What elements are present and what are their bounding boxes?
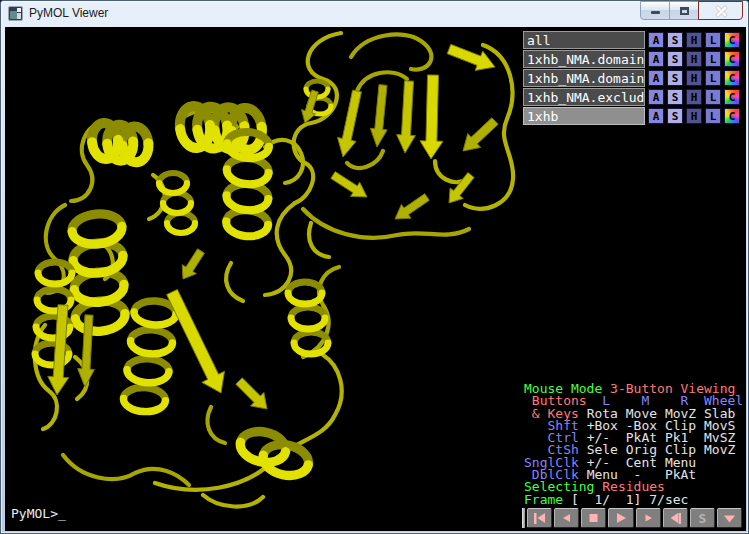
- object-action-l-button[interactable]: L: [705, 70, 721, 86]
- object-action-l-button[interactable]: L: [705, 32, 721, 48]
- object-action-c-button[interactable]: C: [724, 108, 740, 124]
- maximize-button[interactable]: [669, 1, 699, 20]
- prompt-label: PyMOL>: [11, 506, 58, 521]
- object-action-l-button[interactable]: L: [705, 89, 721, 105]
- object-action-h-button[interactable]: H: [686, 89, 702, 105]
- pymol-window: PyMOL Viewer PyMOL>_ allASHLC1xhb_NMA.do…: [0, 0, 749, 534]
- object-name[interactable]: 1xhb_NMA.domain.: [523, 69, 645, 87]
- object-action-h-button[interactable]: H: [686, 108, 702, 124]
- object-action-c-button[interactable]: C: [724, 89, 740, 105]
- frame-last-button[interactable]: [663, 508, 688, 528]
- down-icon: [722, 512, 737, 524]
- object-action-l-button[interactable]: L: [705, 108, 721, 124]
- object-action-a-button[interactable]: A: [648, 32, 664, 48]
- window-title: PyMOL Viewer: [29, 1, 108, 26]
- object-action-s-button[interactable]: S: [667, 32, 683, 48]
- object-action-s-button[interactable]: S: [667, 51, 683, 67]
- object-action-s-button[interactable]: S: [667, 108, 683, 124]
- object-row: 1xhbASHLC: [523, 107, 745, 125]
- object-name[interactable]: 1xhb: [523, 107, 645, 125]
- object-action-a-button[interactable]: A: [648, 51, 664, 67]
- close-icon: [699, 2, 742, 19]
- scene-button[interactable]: S: [690, 508, 715, 528]
- object-row: 1xhb_NMA.domain.ASHLC: [523, 50, 745, 68]
- protein-ribbon-structure: [5, 27, 522, 531]
- play-button[interactable]: [608, 508, 633, 528]
- mouse-mode-panel: Mouse Mode 3-Button Viewing Buttons L M …: [524, 383, 746, 506]
- mouse-panel-text: [ 1/ 1] 7/sec: [571, 492, 688, 507]
- object-action-a-button[interactable]: A: [648, 70, 664, 86]
- skip-end-icon: [668, 512, 683, 524]
- object-row: 1xhb_NMA.excludeASHLC: [523, 88, 745, 106]
- object-action-s-button[interactable]: S: [667, 70, 683, 86]
- object-action-a-button[interactable]: A: [648, 108, 664, 124]
- maximize-icon: [680, 7, 689, 15]
- stop-icon: [586, 512, 601, 524]
- minimize-icon: [651, 11, 660, 14]
- command-prompt[interactable]: PyMOL>_: [11, 506, 66, 521]
- frame-forward-button[interactable]: [636, 508, 661, 528]
- object-action-h-button[interactable]: H: [686, 51, 702, 67]
- stop-button[interactable]: [581, 508, 606, 528]
- object-action-c-button[interactable]: C: [724, 70, 740, 86]
- object-row: 1xhb_NMA.domain.ASHLC: [523, 69, 745, 87]
- control-sidepanel: allASHLC1xhb_NMA.domain.ASHLC1xhb_NMA.do…: [522, 27, 746, 531]
- pymol-client-area: PyMOL>_ allASHLC1xhb_NMA.domain.ASHLC1xh…: [5, 27, 746, 531]
- step-fwd-icon: [641, 512, 656, 524]
- frame-back-button[interactable]: [554, 508, 579, 528]
- prompt-cursor: _: [58, 506, 66, 521]
- object-action-c-button[interactable]: C: [724, 32, 740, 48]
- titlebar[interactable]: PyMOL Viewer: [1, 1, 748, 26]
- playback-bar: S: [522, 508, 744, 528]
- object-row: allASHLC: [523, 31, 745, 49]
- play-icon: [613, 512, 628, 524]
- close-button[interactable]: [698, 1, 743, 20]
- playback-edge: [522, 508, 525, 528]
- object-action-c-button[interactable]: C: [724, 51, 740, 67]
- pymol-app-icon: [8, 6, 23, 21]
- mouse-panel-line[interactable]: Frame [ 1/ 1] 7/sec: [524, 494, 746, 506]
- minimize-button[interactable]: [640, 1, 670, 20]
- viewport-3d[interactable]: PyMOL>_: [5, 27, 522, 531]
- object-action-h-button[interactable]: H: [686, 32, 702, 48]
- object-list: allASHLC1xhb_NMA.domain.ASHLC1xhb_NMA.do…: [523, 31, 745, 126]
- object-action-s-button[interactable]: S: [667, 89, 683, 105]
- object-name[interactable]: 1xhb_NMA.exclude: [523, 88, 645, 106]
- skip-start-icon: [532, 512, 547, 524]
- mouse-panel-text: Frame: [524, 492, 571, 507]
- scene-label: S: [698, 512, 706, 525]
- step-back-icon: [559, 512, 574, 524]
- object-name[interactable]: 1xhb_NMA.domain.: [523, 50, 645, 68]
- frame-first-button[interactable]: [527, 508, 552, 528]
- object-name[interactable]: all: [523, 31, 645, 49]
- object-action-l-button[interactable]: L: [705, 51, 721, 67]
- frame-menu-button[interactable]: [717, 508, 742, 528]
- object-action-a-button[interactable]: A: [648, 89, 664, 105]
- object-action-h-button[interactable]: H: [686, 70, 702, 86]
